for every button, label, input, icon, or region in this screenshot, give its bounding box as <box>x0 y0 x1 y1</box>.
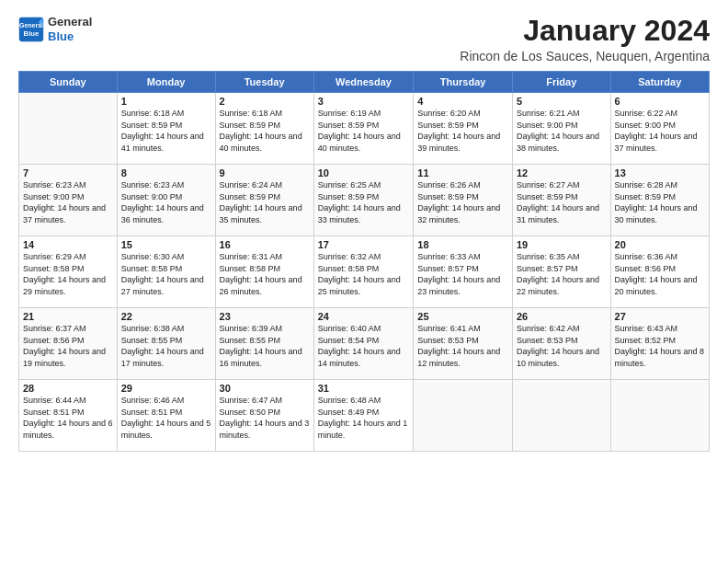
sunrise-text: Sunrise: 6:37 AM <box>23 323 113 335</box>
date-number: 26 <box>517 311 607 322</box>
date-number: 21 <box>23 311 113 322</box>
calendar-cell: 9 Sunrise: 6:24 AM Sunset: 8:59 PM Dayli… <box>215 165 313 236</box>
svg-text:Blue: Blue <box>24 29 40 38</box>
header-saturday: Saturday <box>610 72 709 93</box>
date-number: 16 <box>220 239 310 250</box>
date-number: 19 <box>517 239 607 250</box>
sunset-text: Sunset: 9:00 PM <box>121 191 211 203</box>
calendar-cell: 27 Sunrise: 6:43 AM Sunset: 8:52 PM Dayl… <box>610 308 709 380</box>
calendar-table: Sunday Monday Tuesday Wednesday Thursday… <box>18 71 710 452</box>
cell-info: Sunrise: 6:43 AM Sunset: 8:52 PM Dayligh… <box>615 323 705 369</box>
sunset-text: Sunset: 8:57 PM <box>517 263 607 275</box>
daylight-text: Daylight: 14 hours and 39 minutes. <box>417 131 508 154</box>
sunset-text: Sunset: 8:59 PM <box>220 191 310 203</box>
cell-info: Sunrise: 6:20 AM Sunset: 8:59 PM Dayligh… <box>417 108 508 154</box>
date-number: 5 <box>517 96 607 107</box>
sunset-text: Sunset: 8:59 PM <box>220 120 310 132</box>
date-number: 24 <box>318 311 410 322</box>
date-number: 22 <box>121 311 211 322</box>
sunset-text: Sunset: 8:58 PM <box>318 263 410 275</box>
sunset-text: Sunset: 9:00 PM <box>615 120 705 132</box>
date-number: 11 <box>417 167 508 178</box>
daylight-text: Daylight: 14 hours and 20 minutes. <box>615 274 705 297</box>
cell-info: Sunrise: 6:27 AM Sunset: 8:59 PM Dayligh… <box>517 179 607 225</box>
sunrise-text: Sunrise: 6:23 AM <box>121 179 211 191</box>
header-friday: Friday <box>512 72 610 93</box>
date-number: 8 <box>121 167 211 178</box>
sunrise-text: Sunrise: 6:41 AM <box>417 323 508 335</box>
calendar-cell: 22 Sunrise: 6:38 AM Sunset: 8:55 PM Dayl… <box>117 308 215 380</box>
daylight-text: Daylight: 14 hours and 35 minutes. <box>220 202 310 225</box>
sunrise-text: Sunrise: 6:29 AM <box>23 251 113 263</box>
sunset-text: Sunset: 8:55 PM <box>121 335 211 347</box>
cell-info: Sunrise: 6:25 AM Sunset: 8:59 PM Dayligh… <box>318 179 410 225</box>
daylight-text: Daylight: 14 hours and 36 minutes. <box>121 202 211 225</box>
cell-info: Sunrise: 6:21 AM Sunset: 9:00 PM Dayligh… <box>517 108 607 154</box>
cell-info: Sunrise: 6:40 AM Sunset: 8:54 PM Dayligh… <box>318 323 410 369</box>
sunset-text: Sunset: 8:52 PM <box>615 335 705 347</box>
date-number: 12 <box>517 167 607 178</box>
sunset-text: Sunset: 8:50 PM <box>220 407 310 419</box>
daylight-text: Daylight: 14 hours and 6 minutes. <box>23 418 113 441</box>
date-number: 3 <box>318 96 410 107</box>
daylight-text: Daylight: 14 hours and 5 minutes. <box>121 418 211 441</box>
title-block: January 2024 Rincon de Los Sauces, Neuqu… <box>460 15 710 63</box>
sunrise-text: Sunrise: 6:36 AM <box>615 251 705 263</box>
calendar-cell: 16 Sunrise: 6:31 AM Sunset: 8:58 PM Dayl… <box>215 236 313 308</box>
calendar-cell: 13 Sunrise: 6:28 AM Sunset: 8:59 PM Dayl… <box>610 165 709 236</box>
date-number: 17 <box>318 239 410 250</box>
sunset-text: Sunset: 8:59 PM <box>417 191 508 203</box>
date-number: 2 <box>220 96 310 107</box>
daylight-text: Daylight: 14 hours and 31 minutes. <box>517 202 607 225</box>
logo-text: General Blue <box>48 15 92 43</box>
date-number: 10 <box>318 167 410 178</box>
calendar-cell: 5 Sunrise: 6:21 AM Sunset: 9:00 PM Dayli… <box>512 93 610 165</box>
logo-icon: General Blue <box>18 17 44 42</box>
cell-info: Sunrise: 6:39 AM Sunset: 8:55 PM Dayligh… <box>220 323 310 369</box>
cell-info: Sunrise: 6:48 AM Sunset: 8:49 PM Dayligh… <box>318 395 410 441</box>
daylight-text: Daylight: 14 hours and 38 minutes. <box>517 131 607 154</box>
cell-info: Sunrise: 6:18 AM Sunset: 8:59 PM Dayligh… <box>220 108 310 154</box>
sunrise-text: Sunrise: 6:27 AM <box>517 179 607 191</box>
cell-info: Sunrise: 6:38 AM Sunset: 8:55 PM Dayligh… <box>121 323 211 369</box>
calendar-cell: 11 Sunrise: 6:26 AM Sunset: 8:59 PM Dayl… <box>414 165 513 236</box>
date-number: 27 <box>615 311 705 322</box>
calendar-cell: 30 Sunrise: 6:47 AM Sunset: 8:50 PM Dayl… <box>215 380 313 452</box>
week-row-5: 28 Sunrise: 6:44 AM Sunset: 8:51 PM Dayl… <box>19 380 710 452</box>
cell-info: Sunrise: 6:35 AM Sunset: 8:57 PM Dayligh… <box>517 251 607 297</box>
date-number: 13 <box>615 167 705 178</box>
cell-info: Sunrise: 6:22 AM Sunset: 9:00 PM Dayligh… <box>615 108 705 154</box>
sunrise-text: Sunrise: 6:33 AM <box>417 251 508 263</box>
daylight-text: Daylight: 14 hours and 27 minutes. <box>121 274 211 297</box>
cell-info: Sunrise: 6:32 AM Sunset: 8:58 PM Dayligh… <box>318 251 410 297</box>
sunset-text: Sunset: 8:54 PM <box>318 335 410 347</box>
date-number: 9 <box>220 167 310 178</box>
sunset-text: Sunset: 9:00 PM <box>23 191 113 203</box>
header-wednesday: Wednesday <box>313 72 414 93</box>
daylight-text: Daylight: 14 hours and 1 minute. <box>318 418 410 441</box>
sunset-text: Sunset: 8:57 PM <box>417 263 508 275</box>
cell-info: Sunrise: 6:42 AM Sunset: 8:53 PM Dayligh… <box>517 323 607 369</box>
sunrise-text: Sunrise: 6:19 AM <box>318 108 410 120</box>
daylight-text: Daylight: 14 hours and 41 minutes. <box>121 131 211 154</box>
calendar-cell: 15 Sunrise: 6:30 AM Sunset: 8:58 PM Dayl… <box>117 236 215 308</box>
header-thursday: Thursday <box>414 72 513 93</box>
cell-info: Sunrise: 6:19 AM Sunset: 8:59 PM Dayligh… <box>318 108 410 154</box>
cell-info: Sunrise: 6:30 AM Sunset: 8:58 PM Dayligh… <box>121 251 211 297</box>
daylight-text: Daylight: 14 hours and 40 minutes. <box>318 131 410 154</box>
daylight-text: Daylight: 14 hours and 16 minutes. <box>220 346 310 369</box>
sunrise-text: Sunrise: 6:20 AM <box>417 108 508 120</box>
calendar-cell: 6 Sunrise: 6:22 AM Sunset: 9:00 PM Dayli… <box>610 93 709 165</box>
daylight-text: Daylight: 14 hours and 12 minutes. <box>417 346 508 369</box>
calendar-cell: 21 Sunrise: 6:37 AM Sunset: 8:56 PM Dayl… <box>19 308 118 380</box>
daylight-text: Daylight: 14 hours and 8 minutes. <box>615 346 705 369</box>
header-sunday: Sunday <box>19 72 118 93</box>
daylight-text: Daylight: 14 hours and 29 minutes. <box>23 274 113 297</box>
calendar-cell: 3 Sunrise: 6:19 AM Sunset: 8:59 PM Dayli… <box>313 93 414 165</box>
sunset-text: Sunset: 8:51 PM <box>23 407 113 419</box>
calendar-cell: 24 Sunrise: 6:40 AM Sunset: 8:54 PM Dayl… <box>313 308 414 380</box>
week-row-1: 1 Sunrise: 6:18 AM Sunset: 8:59 PM Dayli… <box>19 93 710 165</box>
sunset-text: Sunset: 8:55 PM <box>220 335 310 347</box>
calendar-cell: 2 Sunrise: 6:18 AM Sunset: 8:59 PM Dayli… <box>215 93 313 165</box>
daylight-text: Daylight: 14 hours and 32 minutes. <box>417 202 508 225</box>
